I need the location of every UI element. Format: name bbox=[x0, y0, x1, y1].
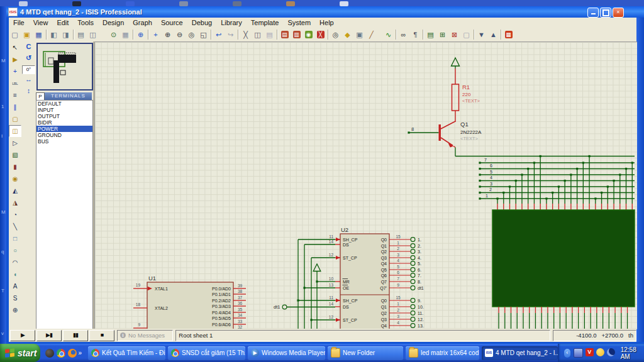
task-button[interactable]: SNSD cắt giảm (15 Th... bbox=[168, 346, 245, 360]
wire-autorouter-icon[interactable]: ∿ bbox=[382, 28, 394, 41]
box-2d-icon[interactable]: □ bbox=[9, 233, 21, 244]
zoom-to-child-icon[interactable]: ▼ bbox=[475, 28, 487, 41]
remove-sheet-icon[interactable]: ⊠ bbox=[448, 28, 460, 41]
goto-sheet-icon[interactable]: ▢ bbox=[460, 28, 472, 41]
marker-2d-icon[interactable]: ⊕ bbox=[9, 304, 21, 316]
shift-register-U2[interactable]: U211SH_CP14DS12ST_CP10MR13OE11SH_CPdt114… bbox=[274, 226, 424, 330]
return-to-parent-icon[interactable]: ▲ bbox=[487, 28, 499, 41]
play-button[interactable]: ▶ bbox=[10, 330, 35, 341]
subcircuit-mode-icon[interactable]: ▢ bbox=[9, 113, 21, 125]
junction-dot-icon[interactable]: + bbox=[9, 65, 21, 77]
schematic-overview-preview[interactable] bbox=[36, 43, 93, 90]
menu-design[interactable]: Design bbox=[98, 18, 128, 27]
copy-icon[interactable]: ◫ bbox=[252, 28, 264, 41]
messenger-smiley-icon[interactable] bbox=[596, 348, 604, 356]
quick-launch-overflow-chevron[interactable]: » bbox=[78, 349, 82, 356]
zoom-in-icon[interactable]: ⊕ bbox=[162, 28, 174, 41]
stop-button[interactable]: ■ bbox=[89, 330, 114, 341]
print-icon[interactable]: ▤ bbox=[75, 28, 87, 41]
menu-tools[interactable]: Tools bbox=[73, 18, 98, 27]
rotate-clockwise-button[interactable]: C bbox=[23, 43, 35, 53]
mirror-vertical-button[interactable]: ↕ bbox=[23, 87, 35, 97]
rotate-anticlockwise-button[interactable]: ↺ bbox=[23, 54, 35, 64]
terminal-item-bidir[interactable]: BIDIR bbox=[36, 119, 92, 126]
led-matrix-block[interactable] bbox=[492, 210, 635, 329]
undo-icon[interactable]: ↩ bbox=[213, 28, 225, 41]
moon-icon[interactable] bbox=[607, 348, 615, 356]
circle-2d-icon[interactable]: ○ bbox=[9, 244, 21, 256]
terminals-mode-icon[interactable]: ◫ bbox=[9, 125, 21, 137]
current-probe-icon[interactable]: ◮ bbox=[9, 197, 21, 209]
block-delete-icon[interactable]: ╳ bbox=[314, 28, 326, 41]
generator-mode-icon[interactable]: ◉ bbox=[9, 173, 21, 185]
new-sheet-icon[interactable]: ⊞ bbox=[436, 28, 448, 41]
virtual-instrument-icon[interactable]: ◔ bbox=[9, 209, 21, 221]
pick-parts-icon[interactable]: ◎ bbox=[330, 28, 341, 41]
menu-library[interactable]: Library bbox=[216, 18, 247, 27]
terminal-item-bus[interactable]: BUS bbox=[36, 138, 92, 145]
task-button[interactable]: ▶Windows Media Player bbox=[248, 346, 325, 360]
buses-mode-icon[interactable]: ∥ bbox=[9, 101, 21, 113]
terminal-item-ground[interactable]: GROUND bbox=[36, 132, 92, 138]
mirror-horizontal-button[interactable]: ↔ bbox=[23, 75, 35, 85]
block-copy-icon[interactable]: ▤ bbox=[279, 28, 291, 41]
save-file-icon[interactable]: ▦ bbox=[33, 28, 45, 41]
display-settings-icon[interactable] bbox=[574, 348, 583, 358]
symbol-2d-icon[interactable]: S bbox=[9, 292, 21, 304]
redraw-icon[interactable]: ⊙ bbox=[108, 28, 119, 41]
device-pin-icon[interactable]: ▷ bbox=[9, 137, 21, 149]
microcontroller-U1[interactable]: U119XTAL118XTAL2939P0.0/AD038P0.1/AD137P… bbox=[133, 275, 246, 330]
task-button[interactable]: led matrix 16x64 cod... bbox=[406, 346, 479, 360]
text-script-icon[interactable]: ≡ bbox=[9, 89, 21, 101]
menu-graph[interactable]: Graph bbox=[128, 18, 157, 27]
paste-icon[interactable]: ▤ bbox=[264, 28, 275, 41]
design-explorer-icon[interactable]: ▤ bbox=[425, 28, 436, 41]
line-2d-icon[interactable]: ╲ bbox=[9, 221, 21, 233]
step-button[interactable]: ▶▮ bbox=[36, 330, 62, 341]
grid-toggle-icon[interactable]: ▦ bbox=[119, 28, 131, 41]
start-button[interactable]: start bbox=[0, 344, 40, 362]
base-net-wire[interactable]: 8 bbox=[408, 126, 438, 134]
routing-wires[interactable] bbox=[298, 239, 321, 329]
search-tag-icon[interactable]: ∞ bbox=[397, 28, 409, 41]
row-bus-wires[interactable]: 7654321 bbox=[455, 155, 635, 210]
arc-2d-icon[interactable]: ◠ bbox=[9, 256, 21, 268]
component-mode-icon[interactable]: ▶ bbox=[9, 53, 21, 65]
packaging-tool-icon[interactable]: ▣ bbox=[353, 28, 365, 41]
export-section-icon[interactable]: ◨ bbox=[60, 28, 72, 41]
maximize-button[interactable] bbox=[600, 8, 611, 18]
mark-output-area-icon[interactable]: ◫ bbox=[87, 28, 99, 41]
rotation-angle-field[interactable]: 0° bbox=[22, 65, 35, 74]
menu-help[interactable]: Help bbox=[315, 18, 338, 27]
tape-recorder-icon[interactable]: ▮ bbox=[9, 161, 21, 173]
title-bar[interactable]: ISIS 4 MTD qet hang_2 - ISIS Professiona… bbox=[6, 6, 644, 18]
decompose-icon[interactable]: ╱ bbox=[365, 28, 377, 41]
new-file-icon[interactable]: ▢ bbox=[9, 28, 21, 41]
redo-icon[interactable]: ↪ bbox=[225, 28, 236, 41]
task-button[interactable]: Kết Quả Tìm Kiếm - Đi... bbox=[88, 346, 165, 360]
selection-pointer-icon[interactable]: ↖ bbox=[9, 41, 21, 53]
menu-debug[interactable]: Debug bbox=[187, 18, 216, 27]
task-button[interactable]: New Folder bbox=[328, 346, 403, 360]
block-move-icon[interactable]: ▥ bbox=[291, 28, 303, 41]
menu-edit[interactable]: Edit bbox=[52, 18, 73, 27]
open-folder-icon[interactable]: ▣ bbox=[21, 28, 33, 41]
terminal-item-output[interactable]: OUTPUT bbox=[36, 113, 92, 119]
block-rotate-icon[interactable]: ◉ bbox=[303, 28, 314, 41]
ares-netlist-icon[interactable]: ▦ bbox=[502, 28, 514, 41]
schematic-edit-area[interactable]: 7654321R1220<TEXT>Q12N2222A<TEXT>8U211SH… bbox=[94, 41, 637, 329]
terminal-item-default[interactable]: DEFAULT bbox=[36, 101, 92, 107]
origin-icon[interactable]: ⊕ bbox=[135, 28, 147, 41]
menu-template[interactable]: Template bbox=[247, 18, 284, 27]
import-section-icon[interactable]: ◧ bbox=[48, 28, 60, 41]
menu-system[interactable]: System bbox=[283, 18, 315, 27]
tray-collapse-chevron[interactable]: ‹ bbox=[564, 349, 570, 358]
terminal-item-input[interactable]: INPUT bbox=[36, 107, 92, 113]
resistor-R1[interactable]: R1220<TEXT> bbox=[452, 69, 480, 122]
chrome-icon[interactable] bbox=[57, 349, 65, 358]
app-icon[interactable] bbox=[45, 349, 54, 358]
path-2d-icon[interactable]: ◖ bbox=[9, 268, 21, 280]
minimize-button[interactable] bbox=[587, 8, 599, 18]
terminal-item-power[interactable]: POWER bbox=[36, 126, 92, 132]
pan-icon[interactable]: + bbox=[150, 28, 162, 41]
